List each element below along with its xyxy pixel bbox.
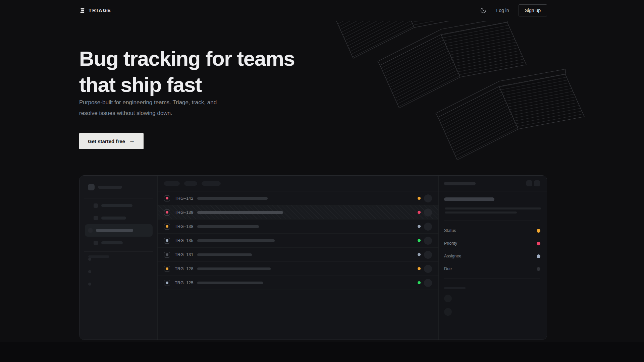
sidebar-item-skeleton [101, 241, 123, 244]
hero-heading: Bug tracking for teams that ship fast [79, 46, 294, 98]
issue-row[interactable]: TRG–142 [158, 191, 438, 205]
field-label: Status [444, 228, 456, 233]
issue-id: TRG–142 [175, 196, 197, 201]
signup-button[interactable]: Sign up [519, 4, 547, 16]
field-value-dot [537, 229, 540, 233]
field-label: Due [444, 266, 452, 271]
issue-list-header [158, 176, 438, 191]
detail-action-button[interactable] [534, 180, 540, 186]
detail-text-skeleton [445, 207, 541, 209]
issue-type-icon [164, 238, 170, 244]
status-dot [418, 197, 421, 200]
detail-action-button[interactable] [526, 180, 532, 186]
issue-row[interactable]: TRG–128 [158, 262, 438, 276]
issue-row[interactable]: TRG–135 [158, 234, 438, 248]
sidebar-item-icon [94, 241, 98, 245]
list-tab-skeleton [184, 181, 197, 186]
sidebar-item-active[interactable] [85, 224, 153, 237]
get-started-button[interactable]: Get started free → [79, 133, 144, 149]
issue-id: TRG–135 [175, 238, 197, 243]
status-dot [418, 225, 421, 228]
issue-type-icon [164, 266, 170, 272]
assignee-avatar [424, 223, 432, 231]
issue-type-icon [164, 280, 170, 286]
issue-detail-panel: Status Priority Assignee Due [439, 176, 547, 340]
sidebar-section-skeleton [88, 255, 109, 258]
sidebar-dot [88, 258, 91, 261]
sidebar-item-icon [94, 203, 98, 208]
status-dot [418, 239, 421, 242]
assignee-avatar [424, 265, 432, 273]
theme-toggle-button[interactable] [480, 7, 487, 14]
detail-field-row[interactable]: Priority [444, 237, 540, 250]
detail-field-row[interactable]: Assignee [444, 250, 540, 262]
triage-bars-icon [79, 8, 85, 13]
issue-title-skeleton [197, 267, 271, 270]
detail-section-skeleton [444, 287, 466, 289]
sidebar-item-icon [94, 216, 98, 220]
hero-heading-line2: that ship fast [79, 72, 294, 98]
top-nav: TRIAGE Log in Sign up [0, 0, 644, 21]
sidebar-item[interactable] [85, 199, 155, 212]
issue-row[interactable]: TRG–138 [158, 220, 438, 234]
detail-header [439, 176, 547, 191]
get-started-label: Get started free [88, 138, 125, 144]
assignee-avatar [424, 251, 432, 259]
moon-icon [480, 7, 487, 14]
sidebar-divider [84, 198, 153, 198]
list-tab-skeleton [202, 181, 221, 186]
assignee-avatar [424, 194, 432, 202]
status-dot [418, 211, 421, 214]
section-divider [0, 342, 644, 342]
detail-field-row[interactable]: Status [444, 224, 540, 237]
hero-heading-line1: Bug tracking for teams [79, 46, 294, 72]
detail-field-row[interactable]: Due [444, 262, 540, 275]
brand[interactable]: TRIAGE [79, 8, 111, 13]
list-tab-skeleton [164, 181, 180, 186]
comment-avatar-skeleton [444, 295, 452, 302]
assignee-avatar [424, 237, 432, 245]
brand-name: TRIAGE [89, 8, 111, 13]
detail-title-skeleton [444, 197, 494, 201]
status-dot [418, 253, 421, 256]
sidebar-item[interactable] [85, 212, 155, 224]
issue-title-skeleton [197, 211, 283, 214]
sidebar-item-skeleton [101, 217, 126, 220]
hero-subtext: Purpose-built for engineering teams. Tri… [79, 97, 217, 119]
preview-sidebar [79, 176, 158, 340]
status-dot [418, 281, 421, 284]
sidebar-dot [88, 270, 91, 273]
assignee-avatar [424, 208, 432, 217]
sidebar-item-skeleton [101, 204, 132, 207]
issue-type-icon [164, 252, 170, 258]
field-value-dot [537, 242, 540, 245]
issue-type-icon [164, 209, 170, 216]
issue-id: TRG–139 [175, 210, 197, 215]
issue-rows: TRG–142 TRG–139 TRG–138 TRG–135 [158, 191, 438, 290]
field-value-dot [537, 254, 540, 258]
issue-title-skeleton [197, 197, 268, 200]
app-preview: TRG–142 TRG–139 TRG–138 TRG–135 [79, 175, 547, 340]
arrow-right-icon: → [129, 137, 135, 144]
sidebar-item-skeleton [96, 229, 133, 232]
detail-divider [444, 279, 540, 279]
workspace-name-skeleton [98, 186, 122, 189]
login-link[interactable]: Log in [496, 8, 509, 13]
issue-row[interactable]: TRG–139 [158, 205, 438, 220]
detail-text-skeleton [445, 212, 517, 214]
sidebar-item[interactable] [85, 237, 155, 249]
issue-id: TRG–138 [175, 224, 197, 229]
field-label: Priority [444, 241, 457, 246]
hero-subtext-line2: resolve issues without slowing down. [79, 108, 217, 119]
assignee-avatar [424, 279, 432, 287]
issue-list-panel: TRG–142 TRG–139 TRG–138 TRG–135 [158, 176, 439, 340]
issue-row[interactable]: TRG–131 [158, 248, 438, 262]
issue-type-icon [164, 224, 170, 230]
detail-header-skeleton [444, 182, 476, 185]
issue-type-icon [164, 195, 170, 201]
issue-row[interactable]: TRG–125 [158, 276, 438, 290]
sidebar-divider [84, 251, 153, 252]
workspace-switcher[interactable] [79, 176, 157, 190]
comment-avatar-skeleton [444, 308, 452, 316]
issue-id: TRG–128 [175, 266, 197, 271]
